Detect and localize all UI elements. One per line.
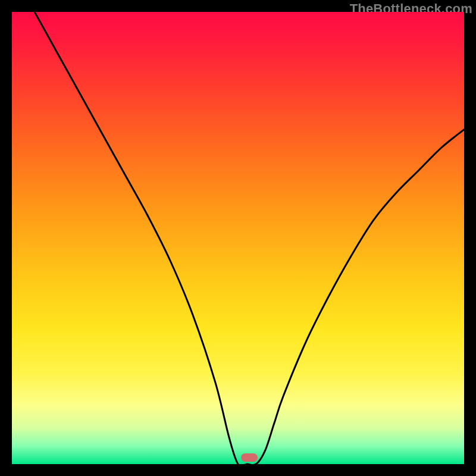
chart-curve (35, 12, 464, 464)
chart-frame: TheBottleneck.com (0, 0, 476, 476)
chart-plot-area (12, 12, 464, 464)
chart-line-plot (12, 12, 464, 464)
chart-minimum-marker (241, 453, 258, 462)
